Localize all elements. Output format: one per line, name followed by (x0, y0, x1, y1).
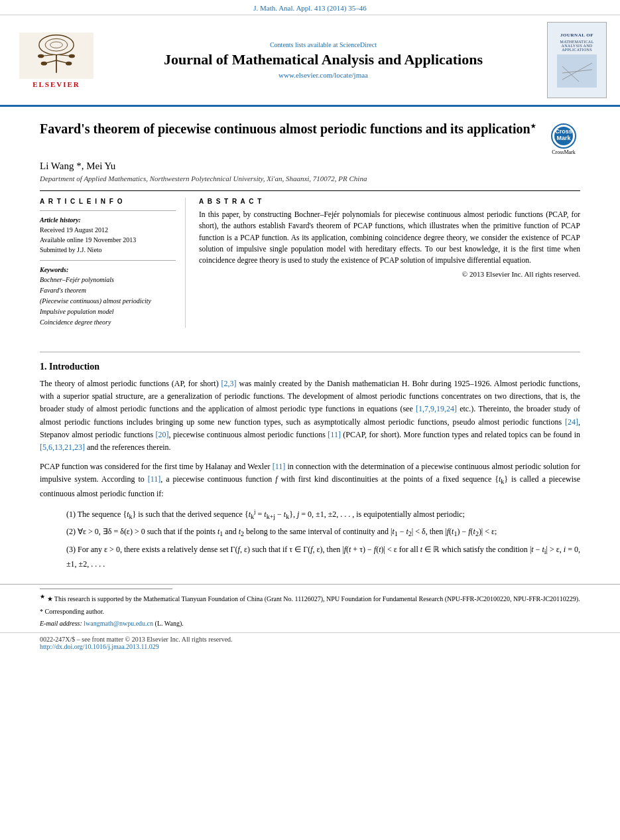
article-footnote-star: ★ (530, 123, 536, 129)
crossmark-icon: Cross Mark (550, 123, 577, 149)
intro-section-number: 1. (40, 362, 47, 372)
main-body: 1. Introduction The theory of almost per… (0, 352, 620, 571)
footnote-section: ★ ★ This research is supported by the Ma… (0, 584, 620, 628)
intro-paragraph-2: PCAP function was considered for the fir… (40, 460, 580, 500)
abstract-panel: A B S T R A C T In this paper, by constr… (199, 198, 580, 328)
journal-header: ELSEVIER Contents lists available at Sci… (0, 15, 620, 107)
crossmark-label: CrossMark (552, 149, 576, 155)
citation-text: J. Math. Anal. Appl. 413 (2014) 35–46 (253, 4, 367, 12)
elsevier-logo: ELSEVIER (13, 33, 99, 88)
footer-issn: 0022-247X/$ – see front matter © 2013 El… (40, 636, 580, 643)
elsevier-tree-icon (17, 33, 96, 79)
journal-url[interactable]: www.elsevier.com/locate/jmaa (106, 71, 540, 79)
article-title: Favard's theorem of piecewise continuous… (40, 120, 540, 137)
journal-title: Journal of Mathematical Analysis and App… (106, 51, 540, 68)
svg-text:Mark: Mark (556, 135, 571, 141)
pcap-def-item-2: (2) ∀ε > 0, ∃δ = δ(ε) > 0 such that if t… (66, 525, 580, 539)
intro-paragraph-1: The theory of almost periodic functions … (40, 378, 580, 454)
abstract-text: In this paper, by constructing Bochner–F… (199, 209, 580, 266)
ref-link-1-7-9[interactable]: [1,7,9,19,24] (416, 404, 457, 413)
pcap-definition-list: (1) The sequence {tk} is such that the d… (53, 507, 580, 571)
article-title-section: Favard's theorem of piecewise continuous… (40, 120, 580, 155)
intro-section-title: 1. Introduction (40, 362, 580, 372)
ref-link-5-6[interactable]: [5,6,13,21,23] (40, 443, 85, 452)
svg-point-11 (41, 61, 47, 65)
svg-point-9 (38, 54, 44, 58)
ref-link-2-3[interactable]: [2,3] (221, 379, 237, 388)
keywords-label: Keywords: (40, 266, 176, 273)
pcap-def-item-3: (3) For any ε > 0, there exists a relati… (66, 543, 580, 571)
keyword-3: (Piecewise continuous) almost periodicit… (40, 296, 176, 307)
article-info-title: A R T I C L E I N F O (40, 198, 176, 205)
star-footnote: ★ ★ This research is supported by the Ma… (40, 593, 580, 604)
pcap-def-item-1: (1) The sequence {tk} is such that the d… (66, 507, 580, 522)
keyword-5: Coincidence degree theory (40, 317, 176, 328)
keywords-list: Bochner–Fejér polynomials Favard's theor… (40, 275, 176, 328)
sciencedirect-link[interactable]: Contents lists available at ScienceDirec… (106, 41, 540, 48)
email-link[interactable]: lwangmath@nwpu.edu.cn (84, 620, 153, 627)
keyword-2: Favard's theorem (40, 285, 176, 296)
keyword-4: Impulsive population model (40, 307, 176, 317)
ref-link-11a[interactable]: [11] (328, 430, 341, 439)
ref-link-20[interactable]: [20] (156, 430, 169, 439)
footer-bar: 0022-247X/$ – see front matter © 2013 El… (0, 632, 620, 653)
email-author: (L. Wang). (155, 620, 184, 627)
article-info-panel: A R T I C L E I N F O Article history: R… (40, 198, 186, 328)
svg-point-10 (69, 54, 75, 58)
ref-link-24[interactable]: [24] (565, 417, 578, 427)
citation-bar: J. Math. Anal. Appl. 413 (2014) 35–46 (0, 0, 620, 15)
corresponding-author-note: * Corresponding author. (40, 606, 580, 616)
email-note: E-mail address: lwangmath@nwpu.edu.cn (L… (40, 618, 580, 628)
footer-doi[interactable]: http://dx.doi.org/10.1016/j.jmaa.2013.11… (40, 643, 580, 650)
article-history-label: Article history: (40, 216, 176, 224)
svg-point-12 (66, 61, 72, 65)
star-footnote-text: ★ This research is supported by the Math… (47, 596, 580, 603)
email-label: E-mail address: (40, 620, 82, 627)
submitted-by: Submitted by J.J. Nieto (40, 245, 176, 255)
ref-link-11b[interactable]: [11] (273, 462, 286, 471)
article-content: Favard's theorem of piecewise continuous… (0, 107, 620, 352)
svg-text:Cross: Cross (555, 128, 572, 135)
copyright-notice: © 2013 Elsevier Inc. All rights reserved… (199, 270, 580, 278)
available-date: Available online 19 November 2013 (40, 235, 176, 245)
ref-link-11c[interactable]: [11] (148, 474, 161, 484)
keyword-1: Bochner–Fejér polynomials (40, 275, 176, 285)
abstract-title: A B S T R A C T (199, 198, 580, 205)
crossmark-badge[interactable]: Cross Mark CrossMark (547, 123, 580, 155)
article-title-text: Favard's theorem of piecewise continuous… (40, 121, 530, 136)
author-affiliation: Department of Applied Mathematics, North… (40, 175, 580, 182)
received-date: Received 19 August 2012 (40, 225, 176, 235)
intro-section-heading: Introduction (49, 362, 99, 372)
elsevier-label: ELSEVIER (32, 80, 80, 88)
journal-cover-image: JOURNAL OF MATHEMATICAL ANALYSIS AND APP… (547, 22, 607, 98)
article-info-abstract: A R T I C L E I N F O Article history: R… (40, 190, 580, 328)
journal-center: Contents lists available at ScienceDirec… (106, 41, 540, 79)
authors: Li Wang *, Mei Yu (40, 161, 580, 172)
